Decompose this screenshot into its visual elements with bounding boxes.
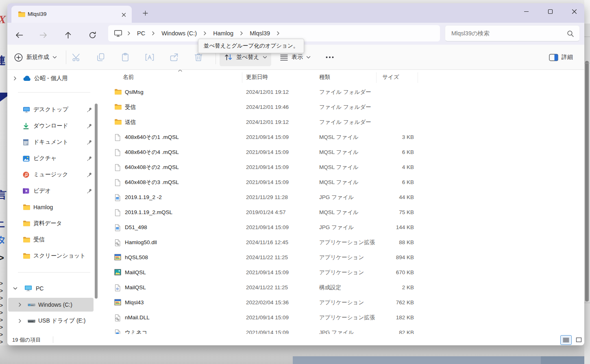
paste-icon	[120, 52, 130, 62]
sidebar-item-video[interactable]: ビデオ	[7, 184, 94, 198]
background-text-fragment: 連	[0, 55, 6, 66]
back-icon[interactable]	[12, 28, 26, 41]
sidebar-item-folder[interactable]: スクリーンショット	[7, 249, 94, 263]
up-icon[interactable]	[61, 28, 75, 41]
new-button[interactable]: 新規作成	[10, 48, 61, 66]
sidebar-item-folder[interactable]: 受信	[7, 233, 94, 247]
sidebar-item-folder[interactable]: 資料データ	[7, 217, 94, 230]
file-row[interactable]: nMail.DLL2021/09/14 15:09アプリケーション拡張182 K…	[100, 312, 582, 324]
sidebar-item-onedrive[interactable]: 公昭 - 個人用	[7, 72, 94, 85]
column-header-size[interactable]: サイズ	[382, 74, 399, 81]
divider	[376, 72, 377, 83]
app-icon	[114, 269, 121, 275]
file-icon	[114, 209, 121, 217]
sidebar-item-document[interactable]: ドキュメント	[7, 135, 94, 149]
file-date: 2024/11/16 12:45	[246, 236, 288, 249]
folder-icon	[23, 236, 30, 243]
breadcrumb-item[interactable]: PC	[133, 29, 149, 38]
file-name: 受信	[125, 101, 136, 113]
sidebar-item-drive[interactable]: Windows (C:)	[8, 298, 94, 312]
desktop-icon	[23, 106, 30, 113]
sidebar-item-pc[interactable]: PC	[7, 282, 94, 295]
breadcrumb-item[interactable]: Windows (C:)	[157, 29, 201, 38]
file-row[interactable]: QslMsg2024/12/01 19:12ファイル フォルダー	[100, 86, 582, 98]
sidebar-item-label: Hamlog	[33, 204, 53, 210]
file-row[interactable]: ウミネコ2021/09/14 15:09JPG ファイル82 KB	[100, 327, 582, 334]
ellipsis-icon	[325, 56, 334, 58]
sidebar-item-drive[interactable]: USB ドライブ (E:)	[8, 314, 94, 328]
file-type: アプリケーション	[319, 251, 364, 264]
file-type: アプリケーション	[319, 266, 364, 279]
icons-view-icon	[576, 337, 582, 342]
file-row[interactable]: 640x408その2 .mQSL2021/09/14 15:09MQSL ファイ…	[100, 161, 582, 173]
search-input[interactable]: Mlqsl39の検索	[445, 25, 580, 41]
file-type: MQSL ファイル	[319, 146, 359, 158]
explorer-tab[interactable]: Mlqsl39	[11, 6, 132, 23]
sidebar-item-pictures[interactable]: ピクチャ	[7, 152, 94, 165]
details-pane-button[interactable]: 詳細	[545, 48, 577, 66]
details-view-icon	[563, 338, 569, 342]
sidebar-item-label: 資料データ	[33, 220, 62, 227]
file-name: MailQSL	[125, 266, 146, 279]
file-row[interactable]: 408x640その1 .mQSL2021/09/14 15:09MQSL ファイ…	[100, 131, 582, 143]
maximize-icon[interactable]	[546, 7, 554, 15]
file-date: 2021/11/29 11:28	[246, 191, 288, 204]
file-row[interactable]: hQSL5082024/11/22 11:25アプリケーション894 KB	[100, 251, 582, 264]
sidebar-item-music[interactable]: ミュージック	[7, 168, 94, 182]
close-icon[interactable]	[570, 7, 578, 15]
file-row[interactable]: 408x640その4 .mQSL2021/09/14 15:09MQSL ファイ…	[100, 146, 582, 158]
file-row[interactable]: Mlqsl432022/02/04 15:36アプリケーション762 KB	[100, 297, 582, 309]
details-view-toggle[interactable]	[560, 335, 572, 345]
icons-view-toggle[interactable]	[573, 335, 584, 344]
file-size: 4 KB	[360, 161, 414, 173]
divider	[66, 50, 66, 64]
sidebar-item-folder[interactable]: Hamlog	[7, 200, 94, 214]
screen: X連言ニタ>>>>>>>>>> Mlqsl39 PCWindows (C:)Ha…	[0, 0, 590, 364]
music-icon	[23, 171, 29, 178]
sidebar-item-download[interactable]: ダウンロード	[7, 119, 94, 133]
sidebar-item-label: Windows (C:)	[38, 301, 72, 308]
file-row[interactable]: 受信2024/12/01 19:46ファイル フォルダー	[100, 101, 582, 113]
search-placeholder: Mlqsl39の検索	[451, 30, 490, 37]
column-header-date[interactable]: 更新日時	[246, 74, 268, 81]
cut-icon	[72, 52, 81, 62]
file-date: 2021/09/14 15:09	[246, 327, 289, 334]
more-options-button[interactable]	[321, 48, 338, 66]
chevron-right-icon	[13, 76, 17, 81]
file-row[interactable]: MailQSL2021/09/14 15:09アプリケーション670 KB	[100, 266, 582, 279]
file-row[interactable]: 2019.1.19_2 -22021/11/29 11:28JPG ファイル44…	[100, 191, 582, 204]
file-row[interactable]: 640x408その3 .mQSL2021/09/14 15:09MQSL ファイ…	[100, 176, 582, 188]
new-tab-icon[interactable]	[141, 9, 150, 17]
minimize-icon[interactable]	[522, 7, 530, 15]
sidebar-scrollbar[interactable]	[95, 104, 98, 299]
forward-icon[interactable]	[37, 28, 50, 41]
file-row[interactable]: D51_4982021/09/14 15:09JPG ファイル144 KB	[100, 221, 582, 234]
tab-close-icon[interactable]	[120, 11, 128, 19]
file-size: 3 KB	[360, 131, 414, 143]
sort-ascending-icon	[178, 70, 183, 72]
background-taskbar-strip-dark	[541, 356, 590, 364]
file-row[interactable]: Hamlog50.dll2024/11/16 12:45アプリケーション拡張88…	[100, 236, 582, 249]
file-icon	[114, 164, 121, 171]
breadcrumb-item[interactable]: Hamlog	[209, 29, 237, 38]
refresh-icon[interactable]	[85, 28, 99, 41]
divider	[584, 37, 590, 37]
column-header-type[interactable]: 種類	[319, 74, 330, 81]
file-size: 6 KB	[360, 146, 414, 158]
sort-arrows-icon	[224, 53, 233, 61]
file-row[interactable]: 2019.1.19_2.mQSL2019/01/24 4:57MQSL ファイル…	[100, 206, 582, 219]
delete-icon	[194, 52, 203, 62]
file-row[interactable]: MailQSL2024/11/22 11:25構成設定2 KB	[100, 282, 582, 294]
video-icon	[23, 188, 29, 194]
file-row[interactable]: 送信2024/12/01 19:12ファイル フォルダー	[100, 116, 582, 128]
breadcrumb-item[interactable]: Mlqsl39	[246, 29, 274, 38]
column-header-name[interactable]: 名前	[123, 74, 134, 81]
file-type: ファイル フォルダー	[319, 86, 371, 98]
file-type: アプリケーション	[319, 297, 364, 309]
file-size: 2 KB	[360, 282, 414, 294]
background-chevron-fragment: >	[0, 288, 3, 293]
sidebar-item-desktop[interactable]: デスクトップ	[7, 103, 94, 117]
view-button-label: 表示	[292, 54, 303, 61]
tooltip: 並べ替えとグループ化のオプション。	[198, 39, 304, 53]
sidebar-item-label: スクリーンショット	[33, 252, 86, 260]
